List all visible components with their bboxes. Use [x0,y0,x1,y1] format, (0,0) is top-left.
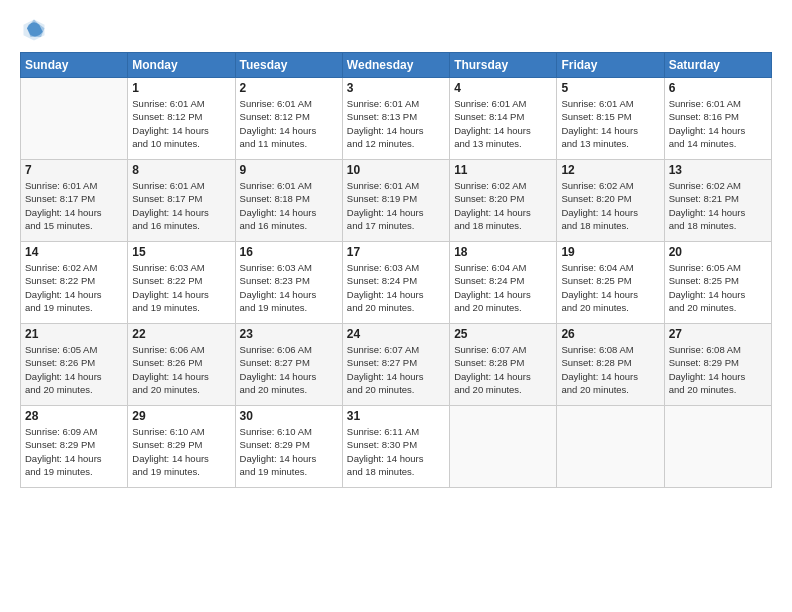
calendar-cell: 26Sunrise: 6:08 AM Sunset: 8:28 PM Dayli… [557,324,664,406]
day-info: Sunrise: 6:01 AM Sunset: 8:12 PM Dayligh… [132,97,230,150]
day-info: Sunrise: 6:01 AM Sunset: 8:12 PM Dayligh… [240,97,338,150]
day-info: Sunrise: 6:03 AM Sunset: 8:23 PM Dayligh… [240,261,338,314]
calendar-cell: 19Sunrise: 6:04 AM Sunset: 8:25 PM Dayli… [557,242,664,324]
calendar-week-2: 7Sunrise: 6:01 AM Sunset: 8:17 PM Daylig… [21,160,772,242]
day-info: Sunrise: 6:04 AM Sunset: 8:25 PM Dayligh… [561,261,659,314]
calendar-cell: 8Sunrise: 6:01 AM Sunset: 8:17 PM Daylig… [128,160,235,242]
calendar-cell: 6Sunrise: 6:01 AM Sunset: 8:16 PM Daylig… [664,78,771,160]
day-number: 23 [240,327,338,341]
logo-icon [20,16,48,44]
day-info: Sunrise: 6:01 AM Sunset: 8:13 PM Dayligh… [347,97,445,150]
day-info: Sunrise: 6:05 AM Sunset: 8:25 PM Dayligh… [669,261,767,314]
day-number: 31 [347,409,445,423]
day-number: 10 [347,163,445,177]
day-info: Sunrise: 6:02 AM Sunset: 8:20 PM Dayligh… [561,179,659,232]
calendar-cell: 4Sunrise: 6:01 AM Sunset: 8:14 PM Daylig… [450,78,557,160]
day-info: Sunrise: 6:10 AM Sunset: 8:29 PM Dayligh… [132,425,230,478]
day-header-monday: Monday [128,53,235,78]
day-number: 22 [132,327,230,341]
day-number: 14 [25,245,123,259]
day-number: 27 [669,327,767,341]
day-info: Sunrise: 6:07 AM Sunset: 8:27 PM Dayligh… [347,343,445,396]
calendar-cell: 1Sunrise: 6:01 AM Sunset: 8:12 PM Daylig… [128,78,235,160]
calendar-cell [557,406,664,488]
calendar-cell: 31Sunrise: 6:11 AM Sunset: 8:30 PM Dayli… [342,406,449,488]
day-info: Sunrise: 6:01 AM Sunset: 8:18 PM Dayligh… [240,179,338,232]
day-number: 16 [240,245,338,259]
day-number: 5 [561,81,659,95]
day-info: Sunrise: 6:08 AM Sunset: 8:29 PM Dayligh… [669,343,767,396]
calendar-week-5: 28Sunrise: 6:09 AM Sunset: 8:29 PM Dayli… [21,406,772,488]
day-number: 1 [132,81,230,95]
day-number: 2 [240,81,338,95]
day-number: 19 [561,245,659,259]
calendar-cell: 28Sunrise: 6:09 AM Sunset: 8:29 PM Dayli… [21,406,128,488]
calendar-cell: 25Sunrise: 6:07 AM Sunset: 8:28 PM Dayli… [450,324,557,406]
day-info: Sunrise: 6:06 AM Sunset: 8:26 PM Dayligh… [132,343,230,396]
calendar-cell: 22Sunrise: 6:06 AM Sunset: 8:26 PM Dayli… [128,324,235,406]
calendar-cell: 9Sunrise: 6:01 AM Sunset: 8:18 PM Daylig… [235,160,342,242]
day-info: Sunrise: 6:10 AM Sunset: 8:29 PM Dayligh… [240,425,338,478]
day-number: 21 [25,327,123,341]
day-number: 4 [454,81,552,95]
day-number: 6 [669,81,767,95]
day-number: 11 [454,163,552,177]
day-info: Sunrise: 6:09 AM Sunset: 8:29 PM Dayligh… [25,425,123,478]
day-number: 20 [669,245,767,259]
calendar-cell: 2Sunrise: 6:01 AM Sunset: 8:12 PM Daylig… [235,78,342,160]
day-number: 3 [347,81,445,95]
day-header-friday: Friday [557,53,664,78]
day-number: 15 [132,245,230,259]
day-info: Sunrise: 6:01 AM Sunset: 8:14 PM Dayligh… [454,97,552,150]
days-header-row: SundayMondayTuesdayWednesdayThursdayFrid… [21,53,772,78]
day-number: 29 [132,409,230,423]
day-info: Sunrise: 6:11 AM Sunset: 8:30 PM Dayligh… [347,425,445,478]
calendar-week-3: 14Sunrise: 6:02 AM Sunset: 8:22 PM Dayli… [21,242,772,324]
calendar-cell [664,406,771,488]
calendar-cell: 13Sunrise: 6:02 AM Sunset: 8:21 PM Dayli… [664,160,771,242]
day-info: Sunrise: 6:05 AM Sunset: 8:26 PM Dayligh… [25,343,123,396]
page: SundayMondayTuesdayWednesdayThursdayFrid… [0,0,792,612]
day-number: 30 [240,409,338,423]
day-header-tuesday: Tuesday [235,53,342,78]
day-info: Sunrise: 6:01 AM Sunset: 8:17 PM Dayligh… [25,179,123,232]
calendar-week-1: 1Sunrise: 6:01 AM Sunset: 8:12 PM Daylig… [21,78,772,160]
day-info: Sunrise: 6:04 AM Sunset: 8:24 PM Dayligh… [454,261,552,314]
day-header-sunday: Sunday [21,53,128,78]
calendar-cell: 5Sunrise: 6:01 AM Sunset: 8:15 PM Daylig… [557,78,664,160]
calendar-cell: 18Sunrise: 6:04 AM Sunset: 8:24 PM Dayli… [450,242,557,324]
day-info: Sunrise: 6:02 AM Sunset: 8:20 PM Dayligh… [454,179,552,232]
day-info: Sunrise: 6:02 AM Sunset: 8:22 PM Dayligh… [25,261,123,314]
calendar-cell: 17Sunrise: 6:03 AM Sunset: 8:24 PM Dayli… [342,242,449,324]
calendar-cell [21,78,128,160]
calendar-cell: 3Sunrise: 6:01 AM Sunset: 8:13 PM Daylig… [342,78,449,160]
day-number: 9 [240,163,338,177]
day-number: 8 [132,163,230,177]
day-number: 12 [561,163,659,177]
calendar-cell: 12Sunrise: 6:02 AM Sunset: 8:20 PM Dayli… [557,160,664,242]
calendar-cell: 24Sunrise: 6:07 AM Sunset: 8:27 PM Dayli… [342,324,449,406]
day-number: 7 [25,163,123,177]
day-header-wednesday: Wednesday [342,53,449,78]
calendar-table: SundayMondayTuesdayWednesdayThursdayFrid… [20,52,772,488]
day-info: Sunrise: 6:03 AM Sunset: 8:22 PM Dayligh… [132,261,230,314]
day-info: Sunrise: 6:01 AM Sunset: 8:15 PM Dayligh… [561,97,659,150]
calendar-cell: 14Sunrise: 6:02 AM Sunset: 8:22 PM Dayli… [21,242,128,324]
day-number: 18 [454,245,552,259]
day-number: 28 [25,409,123,423]
day-info: Sunrise: 6:07 AM Sunset: 8:28 PM Dayligh… [454,343,552,396]
logo [20,16,52,44]
header [20,16,772,44]
day-number: 24 [347,327,445,341]
calendar-cell: 27Sunrise: 6:08 AM Sunset: 8:29 PM Dayli… [664,324,771,406]
calendar-cell: 21Sunrise: 6:05 AM Sunset: 8:26 PM Dayli… [21,324,128,406]
day-number: 26 [561,327,659,341]
day-info: Sunrise: 6:01 AM Sunset: 8:16 PM Dayligh… [669,97,767,150]
day-info: Sunrise: 6:06 AM Sunset: 8:27 PM Dayligh… [240,343,338,396]
calendar-cell: 10Sunrise: 6:01 AM Sunset: 8:19 PM Dayli… [342,160,449,242]
calendar-week-4: 21Sunrise: 6:05 AM Sunset: 8:26 PM Dayli… [21,324,772,406]
day-info: Sunrise: 6:02 AM Sunset: 8:21 PM Dayligh… [669,179,767,232]
day-number: 13 [669,163,767,177]
calendar-body: 1Sunrise: 6:01 AM Sunset: 8:12 PM Daylig… [21,78,772,488]
day-info: Sunrise: 6:08 AM Sunset: 8:28 PM Dayligh… [561,343,659,396]
